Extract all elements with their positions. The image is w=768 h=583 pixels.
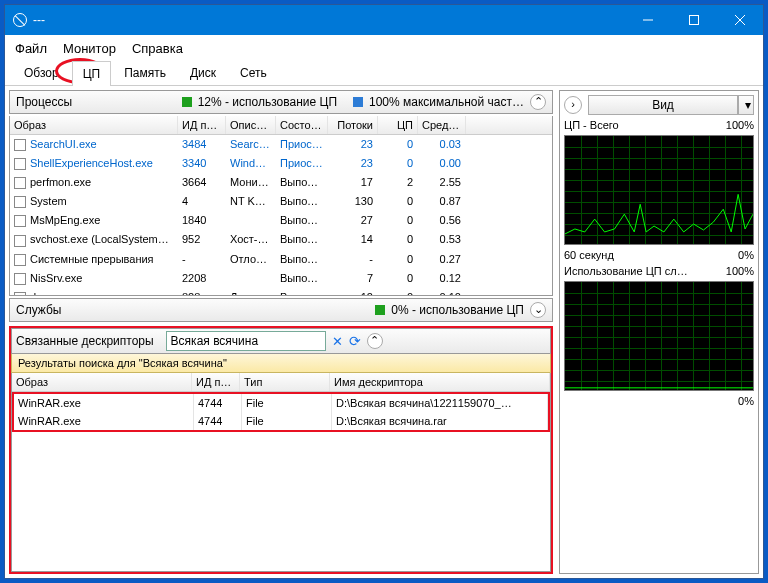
col-image[interactable]: Образ	[10, 116, 178, 134]
process-row[interactable]: MsMpEng.exe1840Выпол…2700.56	[10, 211, 552, 230]
col-image[interactable]: Образ	[12, 373, 192, 391]
descriptor-row[interactable]: WinRAR.exe4744FileD:\Всякая всячина.rar	[14, 412, 548, 430]
process-row[interactable]: svchost.exe (LocalSystemNet…952Хост-п…Вы…	[10, 230, 552, 249]
descriptors-grid: Образ ИД п… Тип Имя дескриптора WinRAR.e…	[11, 373, 551, 572]
descriptor-row[interactable]: WinRAR.exe4744FileD:\Всякая всячина\1221…	[14, 394, 548, 412]
descriptor-search-input[interactable]	[166, 331, 326, 351]
close-button[interactable]	[717, 5, 763, 35]
chart2-br: 0%	[738, 395, 754, 407]
app-icon	[13, 13, 27, 27]
col-avg[interactable]: Средн…	[418, 116, 466, 134]
window-title: ---	[33, 13, 45, 27]
maximize-button[interactable]	[671, 5, 717, 35]
process-row[interactable]: SearchUI.exe3484Search …Приос…2300.03	[10, 135, 552, 154]
tabbar: Обзор ЦП Память Диск Сеть	[5, 60, 763, 86]
chart1-br: 0%	[738, 249, 754, 261]
col-cpu[interactable]: ЦП	[378, 116, 418, 134]
collapse-icon[interactable]: ⌃	[530, 94, 546, 110]
col-status[interactable]: Состоя…	[276, 116, 328, 134]
cpu-service-chart	[564, 281, 754, 391]
menu-monitor[interactable]: Монитор	[63, 41, 116, 56]
chart1-bl: 60 секунд	[564, 249, 614, 261]
descriptors-title: Связанные дескрипторы	[16, 334, 154, 348]
chart2-max: 100%	[726, 265, 754, 277]
process-row[interactable]: ShellExperienceHost.exe3340Windo…Приос…2…	[10, 154, 552, 173]
col-type[interactable]: Тип	[240, 373, 330, 391]
col-desc[interactable]: Описа…	[226, 116, 276, 134]
processes-header[interactable]: Процессы 12% - использование ЦП 100% мак…	[9, 90, 553, 114]
services-header[interactable]: Службы 0% - использование ЦП ⌄	[9, 298, 553, 322]
process-row[interactable]: System4NT Ker…Выпол…13000.87	[10, 192, 552, 211]
tab-memory[interactable]: Память	[113, 60, 177, 85]
view-button[interactable]: Вид	[588, 95, 738, 115]
svg-rect-0	[690, 16, 699, 25]
tab-cpu[interactable]: ЦП	[72, 61, 112, 86]
chart1-max: 100%	[726, 119, 754, 131]
chart2-title: Использование ЦП сл…	[564, 265, 688, 277]
collapse-icon[interactable]: ⌃	[367, 333, 383, 349]
col-descname[interactable]: Имя дескриптора	[330, 373, 550, 391]
processes-columns: Образ ИД п… Описа… Состоя… Потоки ЦП Сре…	[10, 116, 552, 135]
menubar: Файл Монитор Справка	[5, 35, 763, 60]
col-pid[interactable]: ИД п…	[192, 373, 240, 391]
app-window: --- Файл Монитор Справка Обзор ЦП Память…	[4, 4, 764, 579]
services-usage-icon	[375, 305, 385, 315]
cpu-total-chart	[564, 135, 754, 245]
view-dropdown-icon[interactable]: ▾	[738, 95, 754, 115]
right-panel: › Вид ▾ ЦП - Всего 100% 60 секунд 0% Исп…	[559, 90, 759, 574]
process-row[interactable]: Системные прерывания-Отлож…Выпол…-00.27	[10, 250, 552, 269]
process-row[interactable]: perfmon.exe3664Монит…Выпол…1722.55	[10, 173, 552, 192]
descriptors-section: Связанные дескрипторы ✕ ⟳ ⌃ Результаты п…	[9, 326, 553, 574]
refresh-icon[interactable]: ⟳	[349, 333, 361, 349]
titlebar: ---	[5, 5, 763, 35]
col-threads[interactable]: Потоки	[328, 116, 378, 134]
collapse-icon[interactable]: ⌄	[530, 302, 546, 318]
cpu-usage-icon	[182, 97, 192, 107]
descriptors-header: Связанные дескрипторы ✕ ⟳ ⌃	[11, 328, 551, 354]
minimize-button[interactable]	[625, 5, 671, 35]
annotation-box: WinRAR.exe4744FileD:\Всякая всячина\1221…	[12, 392, 550, 432]
cpu-usage-label: 12% - использование ЦП	[198, 95, 337, 109]
col-pid[interactable]: ИД п…	[178, 116, 226, 134]
cpu-max-icon	[353, 97, 363, 107]
clear-search-icon[interactable]: ✕	[332, 334, 343, 349]
processes-title: Процессы	[16, 95, 72, 109]
process-row[interactable]: dwm.exe828Диспе…Выпол…1200.10	[10, 288, 552, 296]
tab-overview[interactable]: Обзор	[13, 60, 70, 85]
menu-file[interactable]: Файл	[15, 41, 47, 56]
processes-grid: Образ ИД п… Описа… Состоя… Потоки ЦП Сре…	[9, 116, 553, 296]
chart1-title: ЦП - Всего	[564, 119, 619, 131]
menu-help[interactable]: Справка	[132, 41, 183, 56]
process-row[interactable]: NisSrv.exe2208Выпол…700.12	[10, 269, 552, 288]
cpu-max-label: 100% максимальной част…	[369, 95, 524, 109]
tab-disk[interactable]: Диск	[179, 60, 227, 85]
services-title: Службы	[16, 303, 61, 317]
tab-network[interactable]: Сеть	[229, 60, 278, 85]
services-usage-label: 0% - использование ЦП	[391, 303, 524, 317]
expand-right-icon[interactable]: ›	[564, 96, 582, 114]
search-results-label: Результаты поиска для "Всякая всячина"	[11, 354, 551, 373]
